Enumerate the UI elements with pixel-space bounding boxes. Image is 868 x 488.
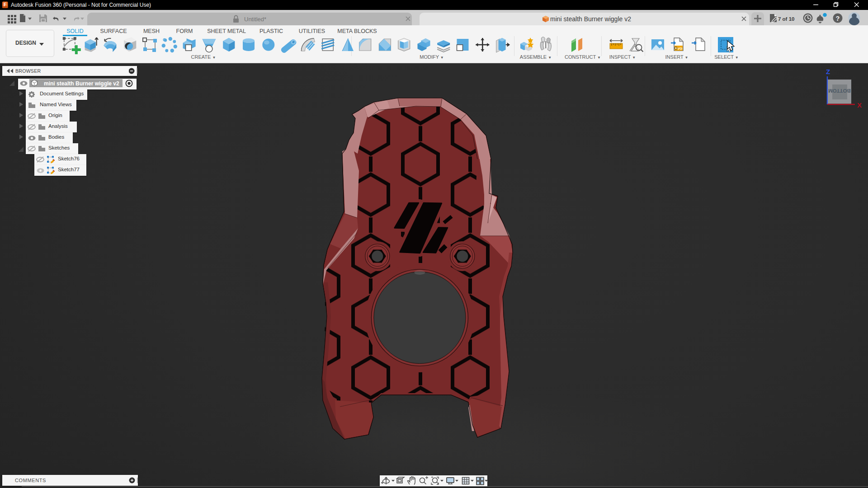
svg-text:BOTTOM: BOTTOM bbox=[828, 88, 851, 94]
svg-text:X: X bbox=[857, 101, 862, 109]
svg-text:7 of 10: 7 of 10 bbox=[778, 16, 794, 22]
svg-text:?: ? bbox=[836, 15, 840, 22]
svg-text:F: F bbox=[4, 2, 7, 7]
svg-text:Z: Z bbox=[826, 68, 830, 75]
svg-text:SVG: SVG bbox=[675, 47, 683, 51]
